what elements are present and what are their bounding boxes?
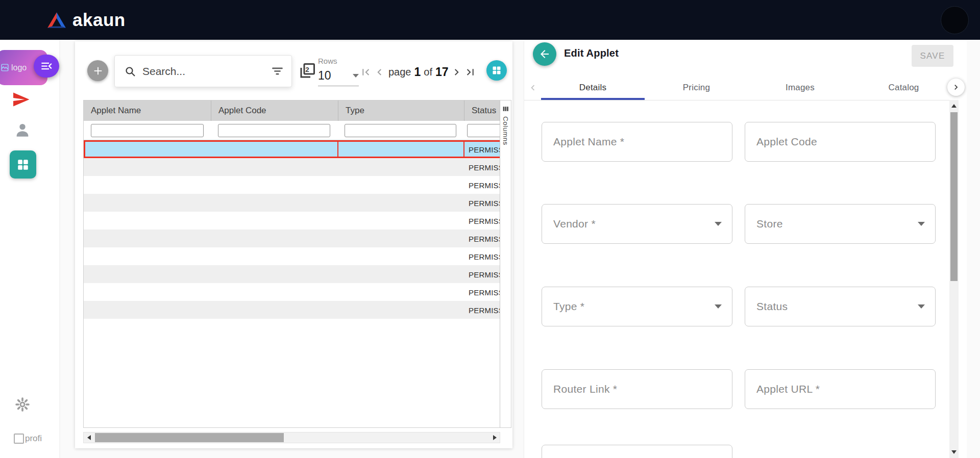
scroll-down-arrow[interactable] [951,450,957,454]
field-label: Applet URL * [756,383,820,395]
akaun-logo-icon [47,12,66,29]
prev-page-button[interactable] [373,65,386,79]
cell-status: PERMISS [469,145,504,154]
cell-divider [337,142,338,157]
chevron-down-icon [918,304,925,309]
scrollbar-thumb[interactable] [95,433,284,442]
cell-status: PERMISS [469,216,504,225]
field-status[interactable]: Status [745,287,936,326]
field-vendor[interactable]: Vendor * [542,204,732,244]
field-label: Type * [553,300,584,313]
search-box [114,55,292,87]
sidebar: logo [0,40,59,458]
gear-icon [15,397,30,412]
tab-pricing[interactable]: Pricing [645,75,748,100]
cell-status: PERMISS [469,288,504,296]
table-row[interactable]: PERMISS [84,212,511,230]
filter-input-applet-name[interactable] [91,124,204,137]
scroll-left-arrow[interactable] [84,432,94,443]
scroll-right-arrow[interactable] [489,432,500,443]
horizontal-scrollbar[interactable] [83,432,500,443]
field-applet-url[interactable]: Applet URL * [745,369,936,409]
table-row[interactable]: PERMISS [84,265,511,283]
field-partial[interactable] [542,445,732,458]
column-header-applet-name[interactable]: Applet Name [84,100,211,121]
field-type[interactable]: Type * [542,287,732,326]
sidebar-item-app[interactable] [12,90,30,109]
column-header-type[interactable]: Type [338,100,464,121]
cell-status: PERMISS [469,181,504,189]
next-page-button[interactable] [450,65,463,79]
chevron-down-icon [715,222,722,226]
applet-table-panel: 2 Rows 10 page 1 of 17 [75,41,512,448]
column-header-applet-code[interactable]: Applet Code [211,100,338,121]
add-button[interactable] [87,60,108,81]
sidebar-toggle-button[interactable] [34,55,59,78]
applet-table: Applet Name Applet Code Type Status PERM… [83,100,511,428]
back-button[interactable] [533,42,556,66]
tab-label: Images [786,83,815,92]
filter-2-icon[interactable]: 2 [298,62,316,80]
table-header-row: Applet Name Applet Code Type Status [84,100,511,121]
cell-status: PERMISS [469,198,504,207]
last-page-button[interactable] [463,65,477,79]
table-row-selected[interactable]: PERMISS [84,140,511,158]
tab-catalog[interactable]: Catalog [852,75,955,100]
cell-status: PERMISS [469,306,504,314]
field-label: Applet Code [756,136,817,148]
grid-view-button[interactable] [486,60,507,81]
table-row[interactable]: PERMISS [84,283,511,301]
rows-per-page-select[interactable]: 10 [318,69,359,86]
tab-label: Catalog [889,83,919,92]
scrollbar-thumb[interactable] [950,112,958,281]
search-icon [124,65,136,78]
first-page-icon [359,66,372,79]
columns-strip: Columns [500,100,511,427]
user-avatar[interactable] [941,6,969,34]
field-store[interactable]: Store [745,204,936,244]
filter-input-applet-code[interactable] [218,124,330,137]
table-row[interactable]: PERMISS [84,158,511,176]
chevron-down-icon [353,74,359,78]
field-label: Router Link * [553,383,617,395]
rows-label: Rows [318,57,359,65]
save-button[interactable]: SAVE [912,45,953,67]
scroll-up-arrow[interactable] [951,104,957,108]
filter-input-type[interactable] [345,124,456,137]
tabs-scroll-left-icon[interactable] [524,75,541,100]
tabs-scroll-right-button[interactable] [947,79,965,96]
table-body: PERMISS PERMISS PERMISS PERMISS PERMISS … [84,140,511,319]
tab-label: Details [579,83,606,92]
table-row[interactable]: PERMISS [84,176,511,194]
svg-text:2: 2 [305,66,309,73]
table-row[interactable]: PERMISS [84,247,511,265]
rows-per-page-control: Rows 10 [318,57,359,86]
columns-button[interactable]: Columns [502,116,509,145]
field-applet-code[interactable]: Applet Code [745,122,936,162]
field-applet-name[interactable]: Applet Name * [542,122,732,162]
filter-icon[interactable] [271,64,284,78]
vertical-scrollbar[interactable] [949,100,959,458]
sidebar-item-applets[interactable] [10,150,36,179]
plus-icon [92,65,104,77]
last-page-icon [464,66,477,79]
table-row[interactable]: PERMISS [84,301,511,319]
table-row[interactable]: PERMISS [84,230,511,247]
sidebar-item-settings[interactable] [15,397,30,412]
tab-details[interactable]: Details [541,75,645,100]
broken-image-icon [1,63,9,72]
search-input[interactable] [141,65,265,78]
table-filter-row [84,121,511,140]
cell-status: PERMISS [469,234,504,243]
first-page-button[interactable] [359,65,373,79]
tab-images[interactable]: Images [748,75,852,100]
of-word: of [424,66,432,78]
person-icon [14,121,31,139]
cell-status: PERMISS [469,163,504,171]
cell-status: PERMISS [469,270,504,278]
sidebar-item-profile[interactable] [14,121,31,139]
field-router-link[interactable]: Router Link * [542,369,732,409]
profile-label: profi [25,434,42,444]
table-row[interactable]: PERMISS [84,194,511,212]
sidebar-profile-checkbox[interactable]: profi [14,434,62,444]
